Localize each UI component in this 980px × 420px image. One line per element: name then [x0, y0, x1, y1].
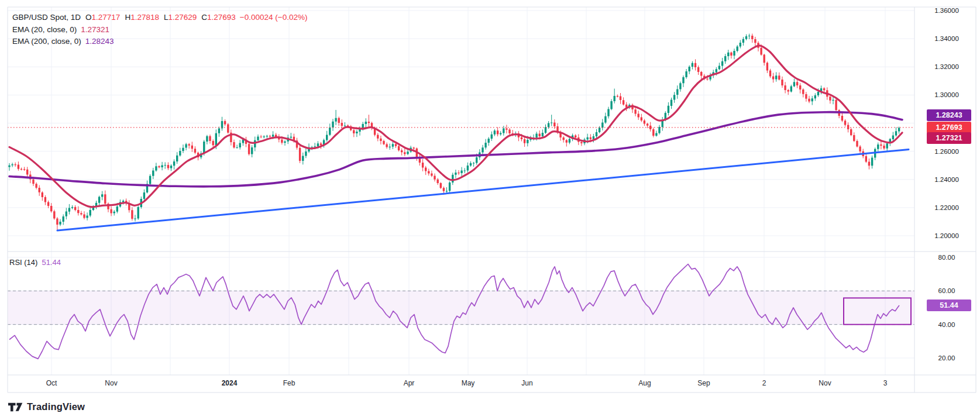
ema20-price-badge: 1.27321 [927, 132, 971, 144]
time-axis-label: Nov [819, 379, 831, 387]
price-axis-label: 1.24000 [919, 175, 975, 184]
close-value: 1.27693 [207, 13, 236, 22]
symbol-ohlc-row: GBP/USD Spot, 1DO1.27717H1.27818L1.27629… [12, 12, 307, 24]
chart-canvas[interactable] [0, 0, 980, 420]
chart-frame [8, 7, 976, 393]
close-label: C [201, 13, 207, 22]
time-axis-label: May [462, 379, 475, 387]
time-axis-label: Apr [404, 379, 415, 387]
time-axis-label: 2 [762, 379, 766, 387]
ema200-value: 1.28243 [85, 37, 114, 46]
candle-wicks-up [9, 34, 899, 226]
tradingview-chart-window: GBP/USD Spot, 1DO1.27717H1.27818L1.27629… [0, 0, 980, 420]
symbol-title: GBP/USD Spot, 1D [12, 13, 81, 22]
time-axis-label: Aug [638, 379, 651, 387]
symbol-legend[interactable]: GBP/USD Spot, 1DO1.27717H1.27818L1.27629… [12, 12, 307, 48]
tradingview-logo-text: TradingView [27, 401, 85, 412]
price-axis-label: 1.30000 [919, 91, 975, 99]
ema20-legend-row[interactable]: EMA (20, close, 0)1.27321 [12, 24, 307, 36]
tradingview-logo-icon [8, 402, 23, 412]
price-axis-label: 1.26000 [919, 147, 975, 156]
low-value: 1.27629 [168, 13, 197, 22]
change-value: −0.00024 (−0.02%) [240, 13, 308, 22]
time-axis-label: Jun [521, 379, 532, 387]
rsi-legend-row[interactable]: RSI (14)51.44 [9, 258, 61, 267]
ema200-legend-row[interactable]: EMA (200, close, 0)1.28243 [12, 36, 307, 48]
price-axis-label: 1.20000 [919, 232, 975, 240]
time-axis-label: Feb [283, 379, 295, 387]
time-axis-label: Nov [105, 379, 117, 387]
rsi-axis-label: 20.00 [919, 354, 975, 362]
price-axis-label: 1.36000 [919, 6, 975, 15]
price-axis-label: 1.32000 [919, 63, 975, 71]
rsi-axis-label: 80.00 [919, 253, 975, 261]
rsi-value-badge: 51.44 [927, 299, 971, 311]
time-axis-label: 3 [883, 379, 888, 387]
rsi-axis-label: 40.00 [919, 321, 975, 329]
time-axis-label: 2024 [222, 379, 238, 387]
price-axis-label: 1.22000 [919, 204, 975, 212]
ema20-label: EMA (20, close, 0) [12, 25, 77, 34]
tradingview-attribution[interactable]: TradingView [8, 401, 85, 412]
rsi-label: RSI (14) [9, 258, 37, 267]
rsi-value: 51.44 [42, 258, 61, 267]
high-value: 1.27818 [130, 13, 159, 22]
time-axis-label: Sep [697, 379, 710, 387]
rsi-axis-label: 60.00 [919, 287, 975, 295]
last-price-badge: 1.27693 [927, 122, 971, 133]
open-value: 1.27717 [92, 13, 121, 22]
time-axis-label: Oct [46, 379, 57, 387]
ema20-value: 1.27321 [81, 25, 109, 34]
ema200-label: EMA (200, close, 0) [12, 37, 81, 46]
open-label: O [85, 13, 92, 22]
price-axis-label: 1.34000 [919, 35, 975, 43]
high-label: H [125, 13, 130, 22]
ema200-price-badge: 1.28243 [927, 109, 971, 121]
